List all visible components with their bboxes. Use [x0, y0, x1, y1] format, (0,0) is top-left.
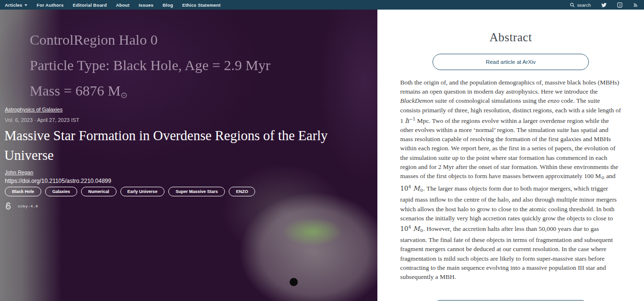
nav-item-label: About — [116, 2, 129, 8]
caption-line-2: Particle Type: Black Hole, Age = 2.9 Myr — [30, 52, 270, 78]
nav-item-issues[interactable]: Issues — [139, 2, 153, 8]
abstract-panel: Abstract Read article at ArXiv Both the … — [377, 10, 644, 301]
blackhole-dot — [290, 278, 298, 286]
caption-line-3: Mass = 6876 M⊙ — [30, 78, 270, 108]
abstract-segment: M — [411, 185, 420, 192]
article-title: Massive Star Formation in Overdense Regi… — [4, 126, 377, 165]
abstract-segment: h — [405, 117, 410, 124]
nav-right: search f — [570, 2, 638, 8]
chevron-down-icon — [24, 4, 27, 6]
search-label: search — [577, 2, 591, 8]
open-access-icon — [4, 202, 13, 211]
rss-icon — [633, 2, 638, 8]
nav-item-label: Issues — [139, 2, 153, 8]
tag-super-massive-stars[interactable]: Super Massive Stars — [168, 187, 225, 196]
nav-item-label: Blog — [163, 2, 173, 8]
nav-item-editorial-board[interactable]: Editorial Board — [73, 2, 107, 8]
caption-line-1: ControlRegion Halo 0 — [30, 27, 270, 52]
nav-item-label: Ethics Statement — [182, 2, 221, 8]
abstract-segment: Both the origin of, and the population d… — [400, 79, 620, 95]
issue-date: Vol. 6, 2023 · April 27, 2023 IST — [5, 117, 79, 123]
abstract-segment: suite of cosmological simulations using … — [433, 97, 548, 104]
abstract-heading: Abstract — [377, 31, 644, 44]
nav-item-label: Editorial Board — [73, 2, 107, 8]
read-arxiv-button-top[interactable]: Read article at ArXiv — [433, 54, 589, 70]
nav-item-blog[interactable]: Blog — [163, 2, 173, 8]
svg-text:f: f — [620, 3, 621, 7]
twitter-icon — [601, 2, 607, 8]
tag-galaxies[interactable]: Galaxies — [45, 187, 77, 196]
abstract-segment: 10 — [400, 185, 409, 192]
nav-item-ethics-statement[interactable]: Ethics Statement — [182, 2, 221, 8]
author-link[interactable]: John Regan — [5, 169, 33, 175]
abstract-segment: 10 — [400, 225, 409, 232]
abstract-segment: BlackDemon — [400, 97, 433, 104]
license-row: ccby-4.0 — [4, 202, 38, 211]
nav-item-label: Articles — [5, 2, 22, 8]
abstract-segment: ⊙ — [601, 175, 605, 180]
page: ArticlesFor AuthorsEditorial BoardAboutI… — [0, 0, 644, 301]
nav-item-articles[interactable]: Articles — [5, 2, 27, 8]
abstract-text: Both the origin of, and the population d… — [400, 78, 621, 281]
doi-text: https://doi.org/10.21105/astro.2210.0489… — [5, 178, 111, 184]
abstract-segment: M — [411, 225, 420, 232]
nav-item-label: For Authors — [36, 2, 63, 8]
top-navbar: ArticlesFor AuthorsEditorial BoardAboutI… — [0, 0, 644, 10]
tag-numerical[interactable]: Numerical — [81, 187, 117, 196]
abstract-segment: . The larger mass objects form due to bo… — [400, 185, 617, 222]
abstract-segment: enzo — [548, 97, 560, 104]
nav-item-for-authors[interactable]: For Authors — [36, 2, 63, 8]
article-hero: ControlRegion Halo 0 Particle Type: Blac… — [0, 10, 377, 301]
tag-list: Black HoleGalaxiesNumericalEarly Univers… — [5, 187, 255, 196]
rss-link[interactable] — [633, 2, 638, 8]
tag-enzo[interactable]: ENZO — [229, 187, 255, 196]
search-icon — [570, 2, 575, 8]
simulation-caption: ControlRegion Halo 0 Particle Type: Blac… — [30, 27, 270, 108]
search-button[interactable]: search — [570, 2, 591, 8]
nav-item-about[interactable]: About — [116, 2, 129, 8]
abstract-segment: ⊙ — [420, 188, 423, 193]
twitter-link[interactable] — [601, 2, 607, 8]
abstract-segment: ⊙ — [420, 228, 423, 233]
abstract-segment: −1 — [409, 117, 415, 121]
nav-menu: ArticlesFor AuthorsEditorial BoardAboutI… — [5, 2, 221, 8]
abstract-segment: Mpc. Two of the regions evolve within a … — [400, 117, 619, 180]
facebook-link[interactable]: f — [617, 2, 622, 8]
tag-early-universe[interactable]: Early Universe — [120, 187, 165, 196]
abstract-segment: . However, the accretion halts after les… — [400, 225, 613, 280]
category-link[interactable]: Astrophysics of Galaxies — [5, 107, 62, 112]
facebook-icon: f — [617, 2, 622, 8]
abstract-segment: and — [605, 172, 616, 180]
license-label: ccby-4.0 — [18, 204, 38, 208]
tag-black-hole[interactable]: Black Hole — [5, 187, 41, 196]
